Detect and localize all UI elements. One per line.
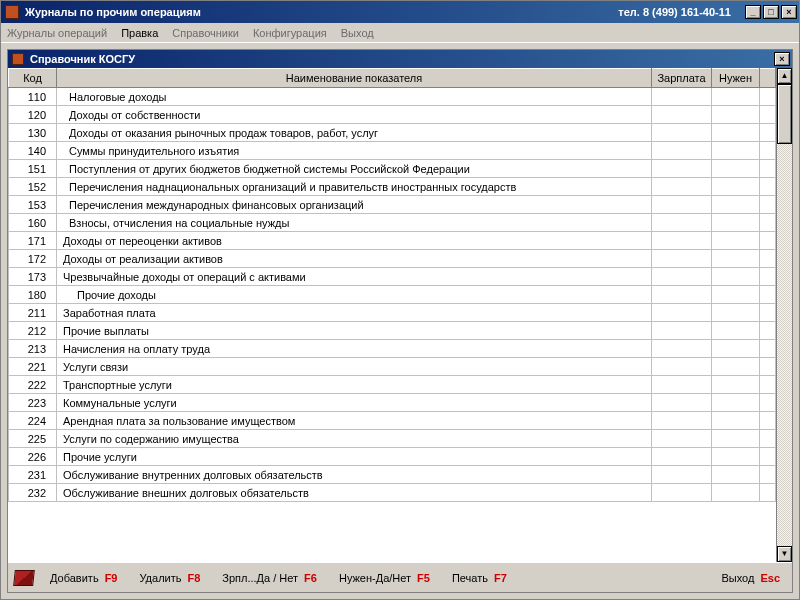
table-row[interactable]: 151Поступления от других бюджетов бюджет… bbox=[9, 160, 776, 178]
table-row[interactable]: 130Доходы от оказания рыночных продаж то… bbox=[9, 124, 776, 142]
print-key: F7 bbox=[494, 572, 507, 584]
table-row[interactable]: 160Взносы, отчисления на социальные нужд… bbox=[9, 214, 776, 232]
cell-salary bbox=[652, 88, 712, 106]
cell-salary bbox=[652, 232, 712, 250]
menu-configuration[interactable]: Конфигурация bbox=[253, 27, 327, 39]
cell-name: Обслуживание внутренних долговых обязате… bbox=[57, 466, 652, 484]
exit-key: Esc bbox=[760, 572, 780, 584]
cell-salary bbox=[652, 160, 712, 178]
scroll-thumb[interactable] bbox=[777, 84, 792, 144]
table-row[interactable]: 120Доходы от собственности bbox=[9, 106, 776, 124]
window-title: Журналы по прочим операциям bbox=[25, 6, 612, 18]
cell-salary bbox=[652, 196, 712, 214]
menu-references[interactable]: Справочники bbox=[172, 27, 239, 39]
cell-salary bbox=[652, 178, 712, 196]
minimize-button[interactable]: _ bbox=[745, 5, 761, 19]
cell-spacer bbox=[760, 196, 776, 214]
table-row[interactable]: 211Заработная плата bbox=[9, 304, 776, 322]
col-salary-header[interactable]: Зарплата bbox=[652, 69, 712, 88]
table-row[interactable]: 213Начисления на оплату труда bbox=[9, 340, 776, 358]
cell-salary bbox=[652, 322, 712, 340]
cell-spacer bbox=[760, 106, 776, 124]
scroll-track[interactable] bbox=[777, 84, 792, 546]
cell-need bbox=[712, 448, 760, 466]
col-need-header[interactable]: Нужен bbox=[712, 69, 760, 88]
table-row[interactable]: 225Услуги по содержанию имущества bbox=[9, 430, 776, 448]
col-code-header[interactable]: Код bbox=[9, 69, 57, 88]
table-row[interactable]: 232Обслуживание внешних долговых обязате… bbox=[9, 484, 776, 502]
need-toggle-button[interactable]: Нужен-Да/Нет F5 bbox=[333, 570, 436, 586]
cell-need bbox=[712, 88, 760, 106]
cell-code: 231 bbox=[9, 466, 57, 484]
table-row[interactable]: 180Прочие доходы bbox=[9, 286, 776, 304]
add-button[interactable]: Добавить F9 bbox=[44, 570, 123, 586]
print-button[interactable]: Печать F7 bbox=[446, 570, 513, 586]
cell-salary bbox=[652, 466, 712, 484]
cell-salary bbox=[652, 358, 712, 376]
child-titlebar: Справочник КОСГУ × bbox=[8, 50, 792, 68]
table-row[interactable]: 224Арендная плата за пользование имущест… bbox=[9, 412, 776, 430]
cell-spacer bbox=[760, 232, 776, 250]
table-row[interactable]: 152Перечисления наднациональных организа… bbox=[9, 178, 776, 196]
need-toggle-label: Нужен-Да/Нет bbox=[339, 572, 411, 584]
cell-code: 213 bbox=[9, 340, 57, 358]
add-key: F9 bbox=[105, 572, 118, 584]
cell-name: Услуги связи bbox=[57, 358, 652, 376]
col-name-header[interactable]: Наименование показателя bbox=[57, 69, 652, 88]
cell-need bbox=[712, 214, 760, 232]
menu-journals[interactable]: Журналы операций bbox=[7, 27, 107, 39]
cell-spacer bbox=[760, 340, 776, 358]
scroll-down-button[interactable]: ▼ bbox=[777, 546, 792, 562]
table-row[interactable]: 226Прочие услуги bbox=[9, 448, 776, 466]
table-row[interactable]: 212Прочие выплаты bbox=[9, 322, 776, 340]
window-phone: тел. 8 (499) 161-40-11 bbox=[618, 6, 731, 18]
menu-exit[interactable]: Выход bbox=[341, 27, 374, 39]
table-row[interactable]: 223Коммунальные услуги bbox=[9, 394, 776, 412]
cell-name: Чрезвычайные доходы от операций с актива… bbox=[57, 268, 652, 286]
cell-salary bbox=[652, 340, 712, 358]
cell-code: 171 bbox=[9, 232, 57, 250]
cell-spacer bbox=[760, 268, 776, 286]
cell-code: 173 bbox=[9, 268, 57, 286]
table-row[interactable]: 153Перечисления международных финансовых… bbox=[9, 196, 776, 214]
cell-spacer bbox=[760, 394, 776, 412]
cell-salary bbox=[652, 286, 712, 304]
help-icon[interactable] bbox=[13, 570, 35, 586]
add-label: Добавить bbox=[50, 572, 99, 584]
child-window: Справочник КОСГУ × Код Наименование пока… bbox=[7, 49, 793, 593]
cell-spacer bbox=[760, 412, 776, 430]
cell-need bbox=[712, 466, 760, 484]
delete-button[interactable]: Удалить F8 bbox=[133, 570, 206, 586]
cell-name: Поступления от других бюджетов бюджетной… bbox=[57, 160, 652, 178]
cell-need bbox=[712, 196, 760, 214]
table-row[interactable]: 110Налоговые доходы bbox=[9, 88, 776, 106]
exit-button[interactable]: Выход Esc bbox=[716, 570, 787, 586]
table-row[interactable]: 231Обслуживание внутренних долговых обяз… bbox=[9, 466, 776, 484]
cell-code: 151 bbox=[9, 160, 57, 178]
maximize-button[interactable]: □ bbox=[763, 5, 779, 19]
cell-spacer bbox=[760, 250, 776, 268]
table-row[interactable]: 172Доходы от реализации активов bbox=[9, 250, 776, 268]
table-row[interactable]: 221Услуги связи bbox=[9, 358, 776, 376]
salary-toggle-button[interactable]: Зрпл...Да / Нет F6 bbox=[216, 570, 323, 586]
table-row[interactable]: 171Доходы от переоценки активов bbox=[9, 232, 776, 250]
scroll-up-button[interactable]: ▲ bbox=[777, 68, 792, 84]
cell-name: Начисления на оплату труда bbox=[57, 340, 652, 358]
table-row[interactable]: 173Чрезвычайные доходы от операций с акт… bbox=[9, 268, 776, 286]
menubar: Журналы операций Правка Справочники Конф… bbox=[1, 23, 799, 43]
cell-need bbox=[712, 376, 760, 394]
cell-name: Арендная плата за пользование имуществом bbox=[57, 412, 652, 430]
cell-need bbox=[712, 250, 760, 268]
table-row[interactable]: 140Суммы принудительного изъятия bbox=[9, 142, 776, 160]
data-grid[interactable]: Код Наименование показателя Зарплата Нуж… bbox=[8, 68, 776, 562]
close-button[interactable]: × bbox=[781, 5, 797, 19]
cell-salary bbox=[652, 304, 712, 322]
table-row[interactable]: 222Транспортные услуги bbox=[9, 376, 776, 394]
cell-salary bbox=[652, 484, 712, 502]
cell-name: Доходы от переоценки активов bbox=[57, 232, 652, 250]
vertical-scrollbar[interactable]: ▲ ▼ bbox=[776, 68, 792, 562]
menu-edit[interactable]: Правка bbox=[121, 27, 158, 39]
cell-need bbox=[712, 178, 760, 196]
child-close-button[interactable]: × bbox=[774, 52, 790, 66]
app-icon bbox=[5, 5, 19, 19]
